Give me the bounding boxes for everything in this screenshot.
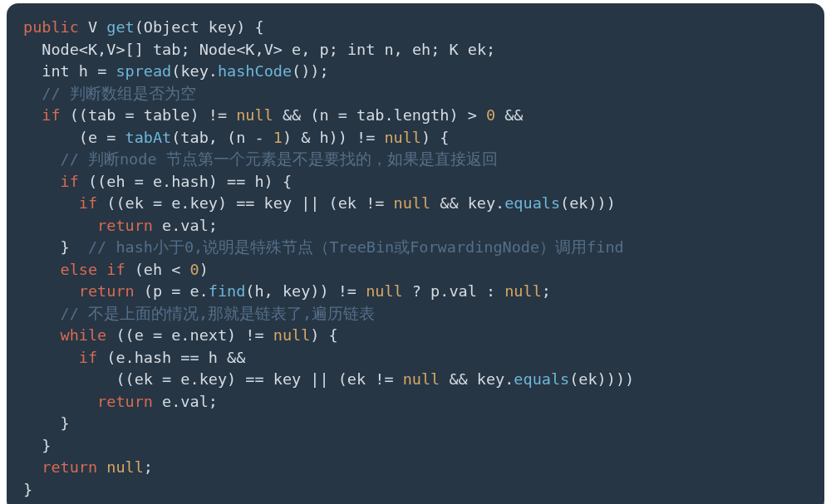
generics: <K,V> (236, 41, 283, 58)
fn-get: get (106, 18, 134, 36)
brace: } (61, 414, 70, 432)
code-line: } (23, 414, 70, 432)
prop-val: val (449, 282, 476, 300)
code-line: return (p = e.find(h, key)) != null ? p.… (23, 282, 551, 300)
type-Node: Node (42, 41, 79, 58)
null: null (384, 129, 421, 146)
code-line: int h = spread(key.hashCode()); (23, 62, 329, 80)
null: null (504, 282, 542, 300)
expr: && key. (440, 370, 514, 388)
prop-val: val (180, 393, 208, 410)
brace: { (254, 18, 263, 36)
fn-equals: equals (514, 370, 569, 388)
code-line: if ((eh = e.hash) == h) { (23, 173, 292, 190)
num-0: 0 (190, 261, 199, 278)
code-line: // 判断数组是否为空 (23, 85, 196, 102)
fn-spread: spread (116, 62, 171, 80)
num-0: 0 (486, 106, 495, 124)
keyword-if: if (106, 261, 125, 278)
var-tab: tab (153, 41, 180, 58)
null: null (236, 106, 273, 124)
expr: && key. (430, 194, 504, 212)
expr: ) == key || (ek != (218, 194, 394, 212)
prop-length: length (394, 106, 450, 124)
expr: ) == h) { (209, 173, 292, 190)
keyword-if: if (79, 194, 97, 212)
space (97, 458, 106, 476)
brace: } (23, 481, 32, 498)
code-line: if (e.hash == h && (23, 349, 245, 366)
semi: ; (180, 41, 189, 58)
code-line: } // hash小于0,说明是特殊节点（TreeBin或ForwardingN… (23, 238, 624, 256)
expr: ) { (310, 326, 337, 344)
expr: ((ek = e. (106, 194, 189, 212)
close: ()); (292, 62, 329, 80)
fn-equals: equals (504, 194, 560, 212)
type-Node: Node (199, 41, 237, 58)
expr: (p = e. (135, 282, 209, 300)
semi: ; (209, 217, 218, 234)
paren: ) (236, 18, 254, 36)
expr: ) == key || (ek != (227, 370, 403, 388)
keyword-return: return (79, 282, 135, 300)
paren: ( (171, 62, 180, 80)
var-h: h (79, 62, 88, 80)
code-line: return e.val; (23, 393, 218, 410)
code-block: public V get(Object key) { Node<K,V>[] t… (7, 3, 824, 504)
keyword-if: if (79, 349, 97, 366)
type-int: int (347, 41, 375, 58)
keyword-public: public (23, 18, 79, 36)
keyword-while: while (61, 326, 107, 344)
expr: ) { (421, 129, 449, 146)
brace: } (61, 238, 70, 256)
fn-tabAt: tabAt (125, 129, 172, 146)
expr: ((e = e. (116, 326, 189, 344)
semi: ; (209, 393, 218, 410)
prop-key: key (190, 194, 218, 212)
array: [] (125, 41, 144, 58)
var-ek: ek (468, 41, 486, 58)
code-line: public V get(Object key) { (23, 18, 264, 36)
vars-neh: n, eh (384, 41, 430, 58)
expr: (ek))) (560, 194, 616, 212)
keyword-if: if (42, 106, 60, 124)
null: null (366, 282, 403, 300)
expr: e. (153, 217, 180, 234)
keyword-else: else (61, 261, 98, 278)
code-line: return e.val; (23, 217, 218, 234)
type-int: int (42, 62, 69, 80)
comment: // hash小于0,说明是特殊节点（TreeBin或ForwardingNod… (88, 238, 624, 256)
expr: (h, key)) != (245, 282, 366, 300)
expr: == h && (171, 349, 245, 366)
comment: // 不是上面的情况,那就是链表了,遍历链表 (61, 305, 376, 322)
keyword-return: return (97, 217, 153, 234)
expr: (ek)))) (569, 370, 634, 388)
expr: && (n = tab. (273, 106, 394, 124)
code-line: else if (eh < 0) (23, 261, 209, 278)
code-line: return null; (23, 458, 153, 476)
fn-find: find (209, 282, 246, 300)
paren: ( (135, 18, 144, 36)
prop-hash: hash (171, 173, 209, 190)
arg: key. (180, 62, 218, 80)
vars-ep: e, p (292, 41, 329, 58)
comment: // 判断数组是否为空 (42, 85, 195, 102)
expr: (e = (79, 129, 125, 146)
expr: ? p. (403, 282, 450, 300)
code-line: ((ek = e.key) == key || (ek != null && k… (23, 370, 634, 388)
null: null (403, 370, 440, 388)
eq: = (97, 62, 106, 80)
code-line: // 不是上面的情况,那就是链表了,遍历链表 (23, 305, 375, 322)
arg-key: key (209, 18, 236, 36)
type-K: K (449, 41, 458, 58)
expr: e. (153, 393, 180, 410)
type-Object: Object (144, 18, 199, 36)
expr: ((ek = e. (116, 370, 199, 388)
semi: ; (329, 41, 338, 58)
expr: ) & h)) != (283, 129, 385, 146)
expr: ) > (449, 106, 486, 124)
code-line: while ((e = e.next) != null) { (23, 326, 338, 344)
code-line: if ((ek = e.key) == key || (ek != null &… (23, 194, 616, 212)
keyword-return: return (42, 458, 97, 476)
type-V: V (88, 18, 97, 36)
